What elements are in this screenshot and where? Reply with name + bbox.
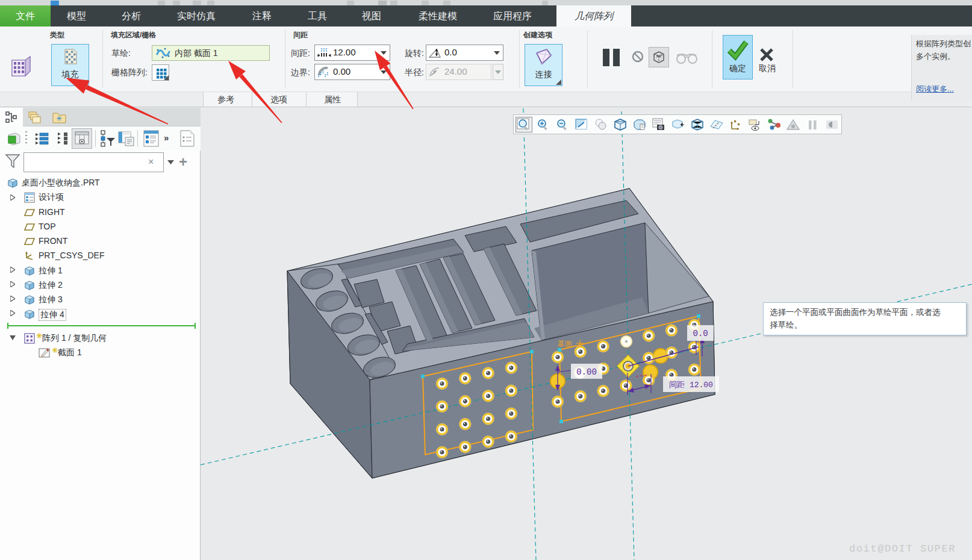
svg-text:基面: 基面 <box>558 340 572 348</box>
svg-text:0.0: 0.0 <box>693 329 708 338</box>
svg-text:间距 12.00: 间距 12.00 <box>669 381 713 390</box>
svg-text:✳: ✳ <box>56 114 62 123</box>
svg-text:0.00: 0.00 <box>576 367 597 377</box>
